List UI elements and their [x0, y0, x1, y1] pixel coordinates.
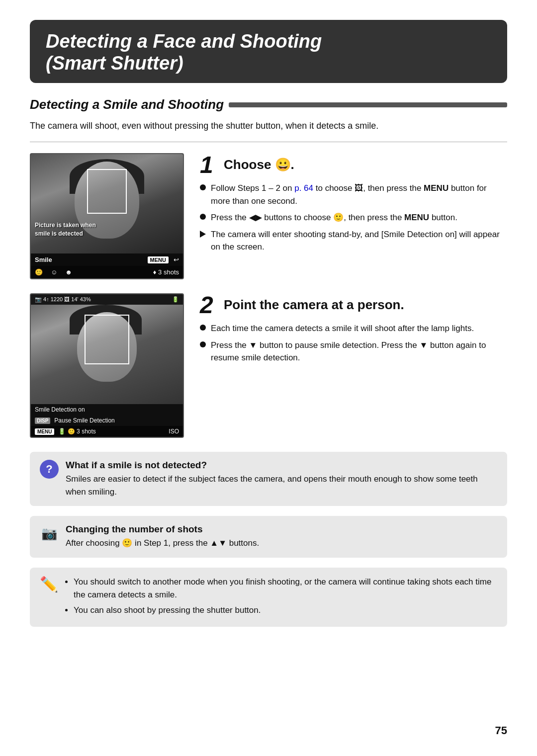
step1-bottom-bar: Smile MENU ↩: [31, 253, 183, 266]
section-heading-bar: [229, 102, 507, 107]
camera-icon: 📷: [40, 524, 59, 543]
bullet-circle-2a: [200, 325, 206, 331]
bullet-circle: [200, 184, 206, 190]
bullet-arrow: [200, 231, 206, 238]
tip-box: 📷 Changing the number of shots After cho…: [30, 516, 507, 558]
step1-bullet-2: Press the ◀▶ buttons to choose 🙂, then p…: [200, 211, 507, 224]
bullet-circle: [200, 214, 206, 220]
screen-overlay-text-1: Picture is taken whensmile is detected: [35, 221, 96, 238]
menu-icon: MENU: [148, 256, 169, 263]
smile-mode-icon: 🙂: [35, 268, 43, 276]
divider: [30, 142, 507, 142]
question-icon: ?: [40, 460, 59, 479]
iso-label: ISO: [169, 428, 179, 435]
qa-content: What if a smile is not detected? Smiles …: [66, 460, 497, 498]
tip-content: Changing the number of shots After choos…: [66, 524, 259, 550]
section-heading: Detecting a Smile and Shooting: [30, 97, 507, 112]
step2-bullet-2-text: Press the ▼ button to pause smile detect…: [211, 339, 507, 364]
qa-box: ? What if a smile is not detected? Smile…: [30, 452, 507, 506]
disp-pause-row: DISP Pause Smile Detection: [31, 415, 183, 426]
step2-bullet-1-text: Each time the camera detects a smile it …: [211, 322, 474, 335]
shots-label: ♦ 3 shots: [153, 268, 179, 276]
step2-bullet-2: Press the ▼ button to pause smile detect…: [200, 339, 507, 364]
step2-bullet-1: Each time the camera detects a smile it …: [200, 322, 507, 335]
step2-image: 📷 4↑ 1220 🖼 14' 43% 🔋 Smile Detection on…: [30, 293, 184, 438]
step2-title: Point the camera at a person.: [224, 293, 404, 313]
step1-bullet-1: Follow Steps 1 – 2 on p. 64 to choose 🖼,…: [200, 182, 507, 207]
step2-screen: [31, 305, 183, 404]
step1-image: Picture is taken whensmile is detected S…: [30, 153, 184, 279]
step2-content: 2 Point the camera at a person. Each tim…: [200, 293, 507, 368]
step1-content: 1 Choose 😀. Follow Steps 1 – 2 on p. 64 …: [200, 153, 507, 257]
section-title: Detecting a Smile and Shooting: [30, 97, 224, 112]
step1-bullet-2-text: Press the ◀▶ buttons to choose 🙂, then p…: [211, 211, 457, 224]
step2-number-row: 2 Point the camera at a person.: [200, 293, 507, 317]
note-item-2: You can also shoot by pressing the shutt…: [74, 604, 497, 617]
step1-bullet-1-text: Follow Steps 1 – 2 on p. 64 to choose 🖼,…: [211, 182, 507, 207]
step1-number: 1: [200, 153, 218, 177]
pause-text: Pause Smile Detection: [54, 417, 114, 424]
menu-shots-row: MENU 🔋 🙂 3 shots ISO: [31, 426, 183, 437]
disp-icon: DISP: [35, 418, 50, 424]
tip-title: Changing the number of shots: [66, 524, 259, 535]
page-number: 75: [495, 724, 507, 737]
step1-bullet-3-text: The camera will enter shooting stand-by,…: [211, 228, 507, 253]
top-bar-left: 📷 4↑ 1220 🖼 14' 43%: [35, 296, 91, 303]
page-title: Detecting a Face and Shooting (Smart Shu…: [46, 31, 491, 74]
step1-title: Choose 😀.: [224, 153, 294, 172]
page: Detecting a Face and Shooting (Smart Shu…: [0, 0, 537, 756]
note-box: ✏️ You should switch to another mode whe…: [30, 568, 507, 627]
step1-icons-bar: 🙂 ☺ ☻ ♦ 3 shots: [31, 266, 183, 278]
page-link[interactable]: p. 64: [294, 183, 313, 193]
smile-mode-icon2: ☺: [51, 268, 57, 276]
note-bullets: You should switch to another mode when y…: [65, 576, 497, 619]
top-bar-right: 🔋: [172, 296, 179, 303]
smile-detection-text: Smile Detection on: [35, 406, 85, 413]
title-block: Detecting a Face and Shooting (Smart Shu…: [30, 20, 507, 83]
step1-number-row: 1 Choose 😀.: [200, 153, 507, 177]
step1-screen: Picture is taken whensmile is detected: [31, 154, 183, 253]
intro-text: The camera will shoot, even without pres…: [30, 119, 507, 133]
step1-row: Picture is taken whensmile is detected S…: [30, 153, 507, 279]
qa-title: What if a smile is not detected?: [66, 460, 497, 471]
bullet-circle-2b: [200, 341, 206, 347]
face-rect-1: [87, 169, 127, 214]
note-item-1: You should switch to another mode when y…: [74, 576, 497, 602]
step2-bottom-bar: Smile Detection on DISP Pause Smile Dete…: [31, 404, 183, 437]
menu-icon-2: MENU: [35, 428, 54, 435]
step1-bullets: Follow Steps 1 – 2 on p. 64 to choose 🖼,…: [200, 182, 507, 253]
qa-text: Smiles are easier to detect if the subje…: [66, 473, 497, 498]
step2-row: 📷 4↑ 1220 🖼 14' 43% 🔋 Smile Detection on…: [30, 293, 507, 438]
tip-text: After choosing 🙂 in Step 1, press the ▲▼…: [66, 537, 259, 550]
step2-number: 2: [200, 293, 218, 317]
step1-bullet-3: The camera will enter shooting stand-by,…: [200, 228, 507, 253]
step2-bullets: Each time the camera detects a smile it …: [200, 322, 507, 364]
smile-label: Smile: [35, 256, 52, 263]
note-icon: ✏️: [40, 576, 58, 593]
face-rect-2: [85, 315, 129, 364]
smile-mode-icon3: ☻: [65, 268, 72, 276]
icons-row: 🔋 🙂 3 shots: [58, 428, 95, 435]
step2-top-bar: 📷 4↑ 1220 🖼 14' 43% 🔋: [31, 294, 183, 305]
smile-detection-label: Smile Detection on: [31, 404, 183, 415]
return-icon: ↩: [174, 256, 179, 263]
